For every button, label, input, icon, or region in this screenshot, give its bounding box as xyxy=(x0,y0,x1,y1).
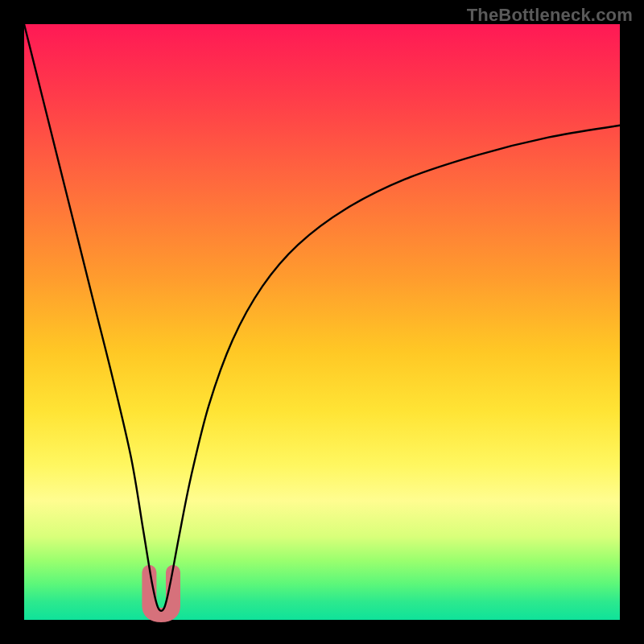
watermark-text: TheBottleneck.com xyxy=(467,5,633,26)
minimum-marker xyxy=(149,572,173,615)
bottleneck-curve xyxy=(24,24,620,611)
curve-svg xyxy=(24,24,620,620)
plot-area xyxy=(24,24,620,620)
chart-container: TheBottleneck.com xyxy=(0,0,644,644)
